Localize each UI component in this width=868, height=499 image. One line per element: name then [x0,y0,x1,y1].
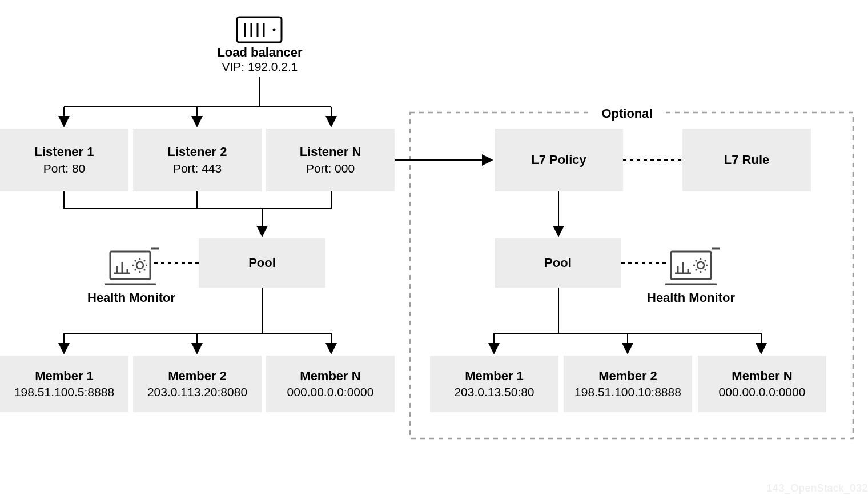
server-icon [237,17,282,42]
member-left-1-title: Member 1 [35,369,94,384]
svg-rect-18 [110,252,150,279]
svg-line-59 [705,260,706,261]
optional-label: Optional [588,106,666,121]
pool-right-title: Pool [544,256,572,270]
svg-rect-45 [671,252,711,279]
listener-n-box: Listener N Port: 000 [266,129,395,191]
member-left-2-box: Member 2 203.0.113.20:8080 [133,356,262,412]
health-monitor-left-label: Health Monitor [57,290,206,305]
member-left-2-sub: 203.0.113.20:8080 [147,385,247,399]
listener-2-sub: Port: 443 [173,161,222,175]
load-balancer-sub: VIP: 192.0.2.1 [200,60,320,74]
svg-line-32 [144,260,145,261]
member-left-n-title: Member N [300,369,360,384]
listener-n-sub: Port: 000 [306,161,355,175]
pool-right-box: Pool [495,238,621,288]
health-monitor-right-label: Health Monitor [634,290,748,305]
svg-point-52 [697,262,704,269]
member-left-2-title: Member 2 [168,369,227,384]
member-right-n-box: Member N 000.00.0.0:0000 [698,356,826,412]
listener-1-sub: Port: 80 [43,161,86,175]
member-left-1-box: Member 1 198.51.100.5:8888 [0,356,128,412]
listener-2-box: Listener 2 Port: 443 [133,129,262,191]
member-right-1-sub: 203.0.13.50:80 [454,385,534,399]
member-right-2-title: Member 2 [598,369,657,384]
svg-line-33 [135,269,136,270]
monitor-icon-right [665,249,720,284]
svg-line-58 [705,269,706,270]
load-balancer-title: Load balancer [200,45,320,60]
diagram-lines [0,0,868,499]
svg-line-31 [144,269,145,270]
svg-line-57 [696,260,697,261]
pool-left-box: Pool [199,238,326,288]
member-right-n-title: Member N [732,369,792,384]
svg-point-25 [136,262,143,269]
watermark-text: 143_OpenStack_032 [766,482,868,494]
l7-policy-box: L7 Policy [495,129,623,191]
listener-1-title: Listener 1 [35,145,94,159]
member-right-n-sub: 000.00.0.0:0000 [719,385,806,399]
monitor-icon-left [105,249,159,284]
member-right-1-box: Member 1 203.0.13.50:80 [430,356,558,412]
svg-point-6 [273,29,276,31]
member-left-1-sub: 198.51.100.5:8888 [14,385,114,399]
l7-policy-title: L7 Policy [531,153,586,167]
member-left-n-box: Member N 000.00.0.0:0000 [266,356,395,412]
pool-left-title: Pool [248,256,276,270]
member-right-2-box: Member 2 198.51.100.10:8888 [564,356,692,412]
svg-line-60 [696,269,697,270]
l7-rule-title: L7 Rule [724,153,769,167]
member-right-2-sub: 198.51.100.10:8888 [574,385,681,399]
svg-line-30 [135,260,136,261]
svg-rect-1 [237,17,282,42]
listener-1-box: Listener 1 Port: 80 [0,129,128,191]
member-left-n-sub: 000.00.0.0:0000 [287,385,374,399]
member-right-1-title: Member 1 [465,369,524,384]
l7-rule-box: L7 Rule [682,129,811,191]
listener-n-title: Listener N [300,145,361,159]
listener-2-title: Listener 2 [168,145,227,159]
